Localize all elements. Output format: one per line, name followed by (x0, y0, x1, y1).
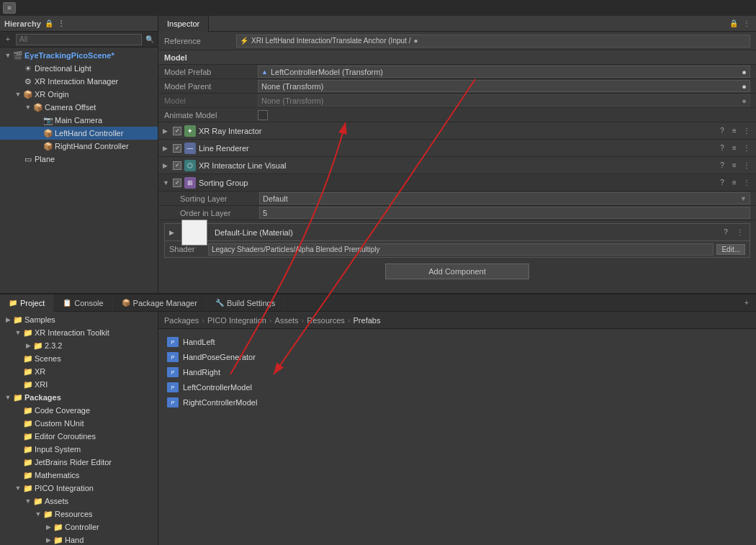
material-preview (181, 220, 207, 246)
material-more-icon[interactable]: ⋮ (735, 228, 745, 238)
sorting-group-settings-icon[interactable]: ≡ (729, 178, 739, 188)
xri-item[interactable]: 📁 XRI (0, 378, 158, 391)
xr-ray-settings-icon[interactable]: ≡ (729, 126, 739, 136)
hand-folder-label: Hand (65, 536, 84, 544)
controller-folder-item[interactable]: ▶ 📁 Controller (0, 521, 158, 533)
xr-ray-more-icon[interactable]: ⋮ (742, 126, 752, 136)
model-value[interactable]: None (Transform) ● (258, 94, 750, 107)
breadcrumb-packages[interactable]: Packages (164, 316, 199, 325)
model-prefab-icon: ▲ (261, 68, 268, 76)
handright-file[interactable]: P HandRight (164, 365, 750, 379)
line-renderer-checkbox[interactable]: ✓ (173, 144, 181, 153)
camera-offset-item[interactable]: ▼ 📦 Camera Offset (0, 101, 158, 114)
animate-model-checkbox[interactable] (258, 110, 268, 120)
build-settings-tab[interactable]: 🔧 Build Settings (207, 294, 284, 312)
sorting-group-header[interactable]: ▼ ✓ ⊞ Sorting Group ? ≡ ⋮ (158, 174, 756, 192)
xr-line-visual-header[interactable]: ▶ ✓ ⬡ XR Interactor Line Visual ? ≡ ⋮ (158, 157, 756, 174)
pico-assets-arrow: ▼ (23, 497, 33, 505)
directional-light-item[interactable]: ☀ Directional Light (0, 62, 158, 75)
input-system-item[interactable]: 📁 Input System (0, 443, 158, 456)
material-help-icon[interactable]: ? (721, 228, 731, 238)
package-manager-tab[interactable]: 📦 Package Manager (113, 294, 207, 312)
main-camera-item[interactable]: 📷 Main Camera (0, 114, 158, 127)
rightcontrollermodel-file[interactable]: P RightControllerModel (164, 395, 750, 410)
xr-line-visual-checkbox[interactable]: ✓ (173, 161, 181, 170)
xr-line-visual-help-icon[interactable]: ? (717, 161, 727, 171)
line-renderer-help-icon[interactable]: ? (717, 143, 727, 153)
inspector-tab[interactable]: Inspector (158, 16, 209, 32)
version-item[interactable]: ▶ 📁 2.3.2 (0, 339, 158, 352)
jetbrains-icon: 📁 (23, 457, 33, 467)
xr-line-visual-settings-icon[interactable]: ≡ (729, 161, 739, 171)
xr-interaction-manager-item[interactable]: ⚙ XR Interaction Manager (0, 75, 158, 88)
shader-text: Legacy Shaders/Particles/Alpha Blended P… (212, 246, 379, 253)
pico-integration-item[interactable]: ▼ 📁 PICO Integration (0, 482, 158, 495)
sorting-group-checkbox[interactable]: ✓ (173, 179, 181, 187)
line-renderer-settings-icon[interactable]: ≡ (729, 143, 739, 153)
leftcontrollermodel-file[interactable]: P LeftControllerModel (164, 380, 750, 395)
hand-folder-item[interactable]: ▶ 📁 Hand (0, 533, 158, 545)
xr-origin-item[interactable]: ▼ 📦 XR Origin (0, 88, 158, 101)
xr-ray-checkbox[interactable]: ✓ (173, 127, 181, 135)
xr-ray-help-icon[interactable]: ? (717, 126, 727, 136)
packages-item[interactable]: ▼ 📁 Packages (0, 391, 158, 404)
order-in-layer-value[interactable]: 5 (259, 207, 750, 219)
model-parent-value[interactable]: None (Transform) ● (258, 80, 750, 92)
plane-icon: ▭ (23, 154, 33, 164)
samples-item[interactable]: ▶ 📁 Samples (0, 313, 158, 326)
sorting-layer-value[interactable]: Default ▼ (259, 192, 750, 204)
xr-toolkit-item[interactable]: ▼ 📁 XR Interaction Toolkit (0, 326, 158, 339)
righthand-controller-item[interactable]: 📦 RightHand Controller (0, 140, 158, 153)
bottom-add-icon[interactable]: + (742, 298, 752, 308)
inspector-tab-label: Inspector (167, 19, 199, 28)
handposegenerator-file[interactable]: P HandPoseGenerator (164, 350, 750, 364)
pico-assets-item[interactable]: ▼ 📁 Assets (0, 495, 158, 508)
breadcrumb-prefabs[interactable]: Prefabs (354, 316, 381, 325)
lefthand-label: LeftHand Controller (55, 129, 123, 138)
unity-menu-btn[interactable]: ≡ (3, 2, 16, 14)
mathematics-icon: 📁 (23, 470, 33, 480)
pico-resources-item[interactable]: ▼ 📁 Resources (0, 508, 158, 521)
hierarchy-more-icon[interactable]: ⋮ (56, 19, 66, 29)
add-component-btn[interactable]: Add Component (385, 264, 529, 279)
plane-item[interactable]: ▭ Plane (0, 153, 158, 166)
breadcrumb-resources[interactable]: Resources (307, 316, 345, 325)
sorting-group-help-icon[interactable]: ? (717, 178, 727, 188)
controller-folder-label: Controller (65, 523, 99, 531)
file-grid: P HandLeft P HandPoseGenerator P HandRig… (158, 329, 756, 415)
sorting-group-more-icon[interactable]: ⋮ (742, 178, 752, 188)
righthand-label: RightHand Controller (55, 142, 129, 150)
project-tab[interactable]: 📁 Project (0, 294, 54, 312)
hierarchy-search-input[interactable] (16, 34, 142, 45)
add-icon[interactable]: + (3, 35, 13, 45)
custom-nunit-item[interactable]: 📁 Custom NUnit (0, 417, 158, 430)
xr-item[interactable]: 📁 XR (0, 365, 158, 378)
inspector-lock-icon[interactable]: 🔒 (729, 19, 739, 29)
inspector-more-icon[interactable]: ⋮ (742, 19, 752, 29)
scene-root[interactable]: ▼ 🎬 EyeTrackingPicoScene* (0, 49, 158, 62)
model-circle[interactable]: ● (742, 96, 747, 105)
scenes-item[interactable]: 📁 Scenes (0, 352, 158, 365)
xr-line-visual-more-icon[interactable]: ⋮ (742, 161, 752, 171)
code-coverage-item[interactable]: 📁 Code Coverage (0, 404, 158, 417)
mathematics-item[interactable]: 📁 Mathematics (0, 469, 158, 482)
hierarchy-lock-icon[interactable]: 🔒 (44, 19, 54, 29)
top-bar: ≡ (0, 0, 756, 16)
lefthand-controller-item[interactable]: 📦 LeftHand Controller (0, 127, 158, 140)
model-prefab-circle[interactable]: ● (742, 68, 747, 76)
jetbrains-item[interactable]: 📁 JetBrains Rider Editor (0, 456, 158, 469)
console-tab[interactable]: 📋 Console (54, 294, 112, 312)
shader-edit-btn[interactable]: Edit... (716, 244, 745, 255)
search-icon[interactable]: 🔍 (145, 35, 155, 45)
handleft-file[interactable]: P HandLeft (164, 335, 750, 349)
line-renderer-header[interactable]: ▶ ✓ — Line Renderer ? ≡ ⋮ (158, 140, 756, 157)
model-parent-circle[interactable]: ● (742, 82, 747, 91)
leftcontrollermodel-file-name: LeftControllerModel (183, 383, 252, 392)
line-renderer-more-icon[interactable]: ⋮ (742, 143, 752, 153)
xr-ray-interactor-header[interactable]: ▶ ✓ ✦ XR Ray Interactor ? ≡ ⋮ (158, 122, 756, 140)
editor-coroutines-item[interactable]: 📁 Editor Coroutines (0, 430, 158, 443)
breadcrumb-pico[interactable]: PICO Integration (207, 316, 266, 325)
breadcrumb-assets[interactable]: Assets (275, 316, 299, 325)
handleft-file-icon: P (167, 337, 179, 347)
model-prefab-value[interactable]: ▲ LeftControllerModel (Transform) ● (258, 66, 750, 78)
